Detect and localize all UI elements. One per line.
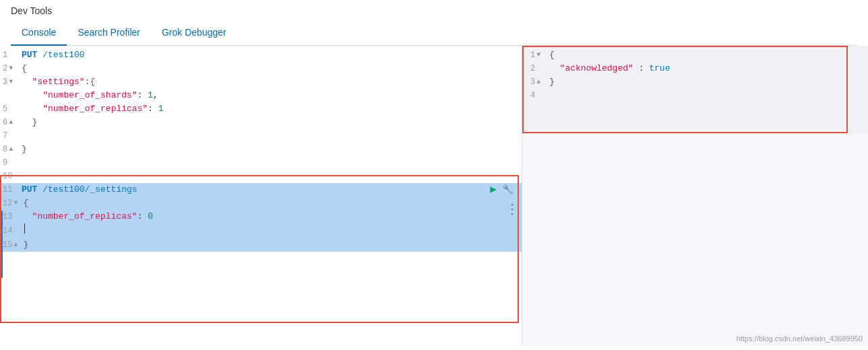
line-content-14 bbox=[22, 223, 519, 238]
line-content-2: { bbox=[22, 62, 519, 75]
code-line-6: 6▲ } bbox=[0, 116, 522, 129]
code-line-1: 1 PUT /test100 bbox=[0, 48, 522, 62]
r-code-line-2: 2 "acknowledged" : true bbox=[528, 62, 863, 75]
fold-arrow-8[interactable]: ▲ bbox=[9, 143, 13, 156]
right-editor: 1▼ { 2 "acknowledged" : true 3▲ bbox=[522, 46, 868, 105]
line-content-4: "number_of_shards": 1, bbox=[22, 89, 519, 102]
run-button[interactable]: ▶ bbox=[490, 183, 497, 197]
context-menu-dots[interactable]: ⋮ bbox=[505, 201, 519, 217]
left-editor[interactable]: 1 PUT /test100 2▼ { 3▼ "settings":{ bbox=[0, 46, 522, 345]
code-line-11: 11 PUT /test100/_settings ▶ 🔧 bbox=[0, 183, 522, 197]
line-num-1: 1 bbox=[3, 48, 22, 62]
line-11-left: 11 PUT /test100/_settings bbox=[3, 183, 137, 197]
tab-grok-debugger[interactable]: Grok Debugger bbox=[151, 22, 237, 46]
tab-console[interactable]: Console bbox=[11, 22, 67, 46]
r-fold-arrow-3[interactable]: ▲ bbox=[536, 75, 540, 89]
line-num-5: 5 bbox=[3, 102, 22, 116]
r-line-num-1: 1▼ bbox=[530, 48, 549, 62]
line-num-2: 2▼ bbox=[3, 62, 22, 75]
r-line-content-1: { bbox=[549, 48, 860, 62]
line-num-13: 13 bbox=[3, 210, 22, 223]
line-content-1: PUT /test100 bbox=[22, 48, 519, 62]
r-line-num-2: 2 bbox=[530, 62, 549, 75]
code-line-13: 13 "number_of_replicas": 0 bbox=[0, 210, 522, 223]
code-line-7: 7 bbox=[0, 129, 522, 143]
line-11-actions: ▶ 🔧 bbox=[490, 183, 514, 197]
line-content-5: "number_of_replicas": 1 bbox=[22, 102, 519, 116]
line-num-15: 15▲ bbox=[3, 238, 23, 252]
r-line-content-2: "acknowledged" : true bbox=[549, 62, 860, 75]
code-line-4: 4 "number_of_shards": 1, bbox=[0, 89, 522, 102]
app-header: Dev Tools Console Search Profiler Grok D… bbox=[0, 0, 868, 46]
r-fold-arrow-1[interactable]: ▼ bbox=[536, 48, 540, 62]
line-num-14: 14 bbox=[3, 224, 22, 238]
main-content: 1 PUT /test100 2▼ { 3▼ "settings":{ bbox=[0, 46, 868, 345]
r-code-line-3: 3▲ } bbox=[528, 75, 863, 89]
code-line-2: 2▼ { bbox=[0, 62, 522, 75]
tab-search-profiler[interactable]: Search Profiler bbox=[67, 22, 151, 46]
r-line-num-3: 3▲ bbox=[530, 75, 549, 89]
line-content-15: } bbox=[23, 238, 519, 252]
left-accent-bar bbox=[0, 211, 3, 278]
line-num-3: 3▼ bbox=[3, 75, 22, 89]
left-panel: 1 PUT /test100 2▼ { 3▼ "settings":{ bbox=[0, 46, 522, 345]
fold-arrow-15[interactable]: ▲ bbox=[13, 238, 18, 252]
cursor bbox=[24, 223, 25, 234]
code-line-10: 10 bbox=[0, 170, 522, 183]
r-line-num-4: 4 bbox=[530, 89, 549, 102]
line-content-3: "settings":{ bbox=[22, 75, 519, 89]
line-content-6: } bbox=[22, 116, 519, 129]
fold-arrow-3[interactable]: ▼ bbox=[9, 75, 13, 89]
line-num-10: 10 bbox=[3, 170, 22, 183]
code-line-14[interactable]: 14 bbox=[0, 223, 522, 238]
tabs-bar: Console Search Profiler Grok Debugger bbox=[11, 22, 857, 46]
line-content-11: PUT /test100/_settings bbox=[22, 183, 137, 197]
code-line-12: 12▼ { bbox=[0, 197, 522, 210]
line-content-8: } bbox=[22, 143, 519, 156]
code-line-3: 3▼ "settings":{ bbox=[0, 75, 522, 89]
fold-arrow-12[interactable]: ▼ bbox=[13, 197, 18, 210]
line-num-11: 11 bbox=[3, 183, 22, 197]
r-code-line-4: 4 bbox=[528, 89, 863, 102]
fold-arrow-2[interactable]: ▼ bbox=[9, 62, 13, 75]
line-num-6: 6▲ bbox=[3, 116, 22, 129]
right-panel-content: 1▼ { 2 "acknowledged" : true 3▲ bbox=[522, 46, 868, 133]
line-num-9: 9 bbox=[3, 156, 22, 170]
code-line-15: 15▲ } bbox=[0, 238, 522, 252]
line-num-4: 4 bbox=[3, 89, 22, 102]
app-container: Dev Tools Console Search Profiler Grok D… bbox=[0, 0, 868, 345]
wrench-button[interactable]: 🔧 bbox=[502, 183, 514, 197]
line-content-12: { bbox=[23, 197, 519, 210]
code-line-9: 9 bbox=[0, 156, 522, 170]
right-editor-area: 1▼ { 2 "acknowledged" : true 3▲ bbox=[522, 46, 868, 133]
line-num-8: 8▲ bbox=[3, 143, 22, 156]
line-num-7: 7 bbox=[3, 129, 22, 143]
fold-arrow-6[interactable]: ▲ bbox=[9, 116, 13, 129]
right-panel: 1▼ { 2 "acknowledged" : true 3▲ bbox=[522, 46, 868, 345]
watermark: https://blog.csdn.net/weixin_43689950 bbox=[737, 335, 863, 343]
code-line-5: 5 "number_of_replicas": 1 bbox=[0, 102, 522, 116]
line-num-12: 12▼ bbox=[3, 197, 23, 210]
code-line-8: 8▲ } bbox=[0, 143, 522, 156]
r-line-content-3: } bbox=[549, 75, 860, 89]
app-title: Dev Tools bbox=[11, 5, 857, 16]
line-content-13: "number_of_replicas": 0 bbox=[22, 210, 519, 223]
r-code-line-1: 1▼ { bbox=[528, 48, 863, 62]
